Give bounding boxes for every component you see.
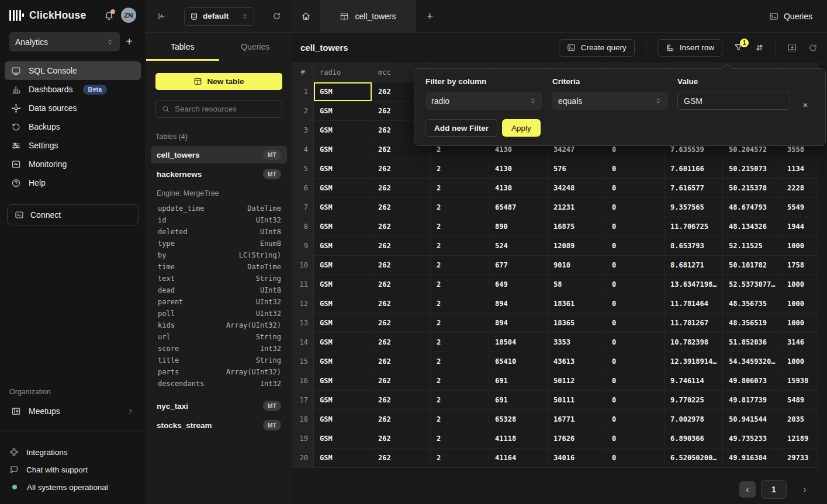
selected-cell[interactable]: GSM (314, 82, 372, 101)
filter-criteria-select[interactable]: equals (552, 92, 668, 110)
cell[interactable]: 7.601166 (665, 159, 723, 178)
cell[interactable]: 262 (372, 179, 431, 197)
cell[interactable]: GSM (314, 410, 372, 429)
cell[interactable]: 11.781464 (665, 294, 723, 313)
cell[interactable]: 0 (606, 159, 665, 178)
connect-button[interactable]: Connect (7, 204, 139, 225)
cell[interactable]: 0 (606, 371, 665, 390)
prev-page-button[interactable]: ‹ (739, 481, 756, 498)
sidebar-item-settings[interactable]: Settings (5, 136, 141, 155)
cell[interactable]: 2 (431, 275, 489, 294)
cell[interactable]: 8.653793 (665, 237, 723, 255)
cell[interactable]: 2 (431, 391, 489, 409)
cell[interactable]: 894 (489, 314, 548, 332)
cell[interactable]: 5549 (781, 198, 818, 217)
cell[interactable]: 262 (372, 371, 431, 390)
cell[interactable]: 262 (372, 198, 431, 217)
cell[interactable]: 2 (431, 256, 489, 274)
cell[interactable]: 2 (431, 371, 489, 390)
cell[interactable]: 17626 (548, 429, 606, 448)
cell[interactable]: GSM (314, 275, 372, 294)
cell[interactable]: 2 (431, 352, 489, 371)
cell[interactable]: 49.817739 (723, 391, 781, 409)
cell[interactable]: 2 (431, 314, 489, 332)
cell[interactable]: 3353 (548, 333, 606, 352)
cell[interactable]: 65487 (489, 198, 548, 217)
cell[interactable]: 2 (431, 410, 489, 429)
filter-button[interactable]: 1 (733, 43, 743, 53)
cell[interactable]: 58 (548, 275, 606, 294)
cell[interactable]: 2 (431, 449, 489, 467)
cell[interactable]: 2 (431, 179, 489, 197)
cell[interactable]: 49.916384 (723, 449, 781, 467)
cell[interactable]: 6.890366 (665, 429, 723, 448)
avatar[interactable]: ZN (121, 8, 136, 23)
queries-button[interactable]: Queries (755, 0, 827, 32)
table-item-nyc-taxi[interactable]: nyc_taxi MT (151, 397, 287, 415)
cell[interactable]: 11.781267 (665, 314, 723, 332)
sidebar-item-dashboards[interactable]: Dashboards Beta (5, 80, 141, 99)
cell[interactable]: 48.134326 (723, 217, 781, 236)
cell[interactable]: 2 (431, 237, 489, 255)
cell[interactable]: 2 (431, 333, 489, 352)
tab-cell-towers[interactable]: cell_towers (320, 0, 416, 32)
cell[interactable]: 7.616577 (665, 179, 723, 197)
cell[interactable]: 262 (372, 410, 431, 429)
table-item-stocks-stream[interactable]: stocks_stream MT (151, 416, 287, 434)
cell[interactable]: 262 (372, 314, 431, 332)
cell[interactable]: 10.782398 (665, 333, 723, 352)
cell[interactable]: 50112 (548, 371, 606, 390)
cell[interactable]: 262 (372, 275, 431, 294)
cell[interactable]: 262 (372, 237, 431, 255)
cell[interactable]: 51.852036 (723, 333, 781, 352)
cell[interactable]: GSM (314, 198, 372, 217)
cell[interactable]: 2228 (781, 179, 818, 197)
search-box[interactable] (155, 100, 282, 118)
cell[interactable]: 16771 (548, 410, 606, 429)
remove-filter-button[interactable]: × (800, 100, 811, 110)
cell[interactable]: 4130 (489, 159, 548, 178)
cell[interactable]: GSM (314, 314, 372, 332)
sidebar-item-monitoring[interactable]: Monitoring (5, 155, 141, 173)
system-status[interactable]: All systems operational (9, 478, 136, 496)
database-select[interactable]: default (184, 7, 254, 26)
cell[interactable]: 677 (489, 256, 548, 274)
cell[interactable]: 12189 (781, 429, 818, 448)
cell[interactable]: 52.5373077… (723, 275, 781, 294)
cell[interactable]: 12089 (548, 237, 606, 255)
cell[interactable]: 41164 (489, 449, 548, 467)
cell[interactable]: 50.215378 (723, 179, 781, 197)
new-table-button[interactable]: New table (155, 73, 282, 90)
collapse-panel-icon[interactable] (157, 12, 166, 21)
cell[interactable]: GSM (314, 333, 372, 352)
cell[interactable]: 2 (431, 198, 489, 217)
cell[interactable]: GSM (314, 371, 372, 390)
cell[interactable]: 0 (606, 237, 665, 255)
cell[interactable]: 50.101782 (723, 256, 781, 274)
cell[interactable]: 0 (606, 275, 665, 294)
tab-queries[interactable]: Queries (219, 33, 292, 61)
apply-filter-button[interactable]: Apply (502, 119, 541, 137)
cell[interactable]: 0 (606, 314, 665, 332)
cell[interactable]: 11.706725 (665, 217, 723, 236)
cell[interactable]: 1000 (781, 294, 818, 313)
table-item-cell-towers[interactable]: cell_towers MT (151, 146, 287, 164)
refresh-table-button[interactable] (808, 43, 818, 53)
cell[interactable]: 13.6347198… (665, 275, 723, 294)
cell[interactable]: 48.674793 (723, 198, 781, 217)
cell[interactable]: 4130 (489, 179, 548, 197)
cell[interactable]: 2 (431, 159, 489, 178)
cell[interactable]: 21231 (548, 198, 606, 217)
refresh-panel-icon[interactable] (272, 12, 281, 20)
cell[interactable]: GSM (314, 256, 372, 274)
cell[interactable]: 1134 (781, 159, 818, 178)
sidebar-item-meetups[interactable]: Meetups (5, 402, 141, 420)
cell[interactable]: 49.735233 (723, 429, 781, 448)
cell[interactable]: GSM (314, 102, 372, 120)
current-page[interactable]: 1 (761, 480, 787, 499)
cell[interactable]: 262 (372, 294, 431, 313)
cell[interactable]: 9.746114 (665, 371, 723, 390)
cell[interactable]: 9.357565 (665, 198, 723, 217)
filter-column-select[interactable]: radio (425, 92, 542, 110)
cell[interactable]: 0 (606, 294, 665, 313)
